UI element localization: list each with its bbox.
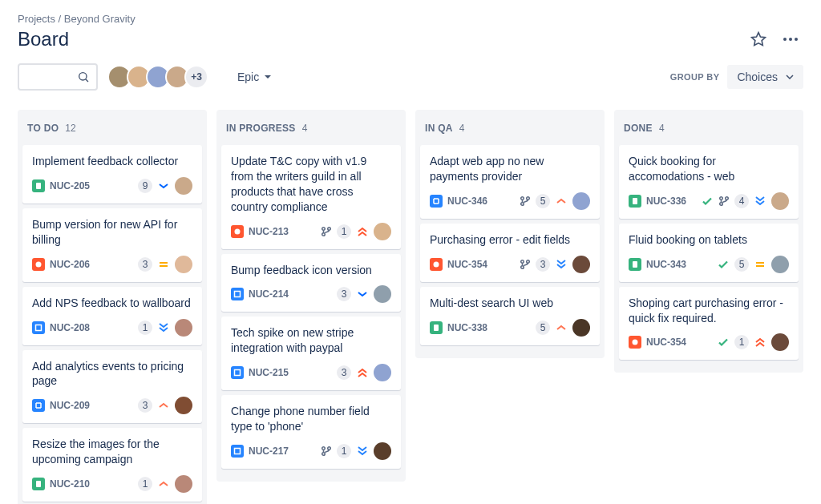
card-title: Purchasing error - edit fields [430, 232, 590, 248]
epic-label: Epic [237, 71, 259, 83]
assignee-avatar[interactable] [175, 319, 192, 337]
assignee-avatar[interactable] [572, 319, 590, 337]
priority-icon [356, 288, 369, 300]
assignee-avatar[interactable] [175, 397, 192, 414]
svg-point-45 [720, 203, 723, 206]
issue-card[interactable]: Fluid booking on tabletsNUC-3435 [619, 224, 799, 282]
assignee-avatar[interactable] [374, 364, 391, 381]
assignee-avatar[interactable] [175, 256, 192, 273]
issue-card[interactable]: Quick booking for accomodations - webNUC… [619, 145, 799, 219]
priority-icon [754, 336, 766, 349]
priority-icon [157, 399, 170, 412]
assignee-avatar[interactable] [572, 192, 590, 210]
assignee-avatar[interactable] [175, 177, 192, 195]
svg-point-28 [322, 447, 326, 450]
svg-rect-22 [231, 288, 244, 300]
svg-point-3 [795, 38, 798, 41]
issue-card[interactable]: Adapt web app no new payments providerNU… [420, 145, 600, 219]
branch-icon [520, 196, 531, 207]
more-button[interactable] [778, 26, 803, 52]
svg-rect-16 [36, 481, 41, 487]
assignee-avatar[interactable] [771, 192, 789, 210]
svg-point-36 [434, 261, 439, 267]
issue-card[interactable]: Purchasing error - edit fieldsNUC-3543 [420, 224, 600, 282]
svg-point-52 [633, 340, 638, 345]
issue-card[interactable]: Add analytics events to pricing pageNUC-… [22, 350, 202, 424]
svg-line-5 [86, 79, 88, 82]
column-title: DONE [624, 123, 653, 134]
svg-point-1 [783, 38, 787, 41]
avatar-overflow[interactable]: +3 [184, 65, 208, 89]
more-icon [783, 37, 799, 42]
issue-card[interactable]: Tech spike on new stripe integration wit… [221, 317, 401, 390]
issue-key: NUC-354 [646, 337, 686, 348]
card-title: Quick booking for accomodations - web [629, 154, 789, 184]
star-button[interactable] [746, 26, 771, 52]
story-points-badge: 4 [734, 194, 749, 208]
done-check-icon [717, 258, 730, 271]
svg-point-39 [527, 260, 530, 263]
breadcrumb-parent[interactable]: Projects [18, 13, 55, 25]
issue-card[interactable]: Add NPS feedback to wallboardNUC-2081 [22, 287, 202, 345]
issue-type-icon [231, 445, 244, 458]
story-points-badge: 5 [536, 321, 550, 335]
search-input[interactable] [18, 63, 98, 91]
groupby-value: Choices [737, 71, 778, 83]
card-title: Update T&C copy with v1.9 from the write… [231, 154, 391, 215]
issue-key: NUC-213 [249, 226, 289, 237]
epic-filter[interactable]: Epic [229, 66, 280, 88]
issue-card[interactable]: Multi-dest search UI webNUC-3385 [420, 287, 600, 345]
story-points-badge: 1 [734, 335, 749, 349]
priority-icon [754, 195, 766, 208]
svg-point-44 [720, 197, 723, 200]
priority-icon [356, 366, 369, 379]
card-title: Bump version for new API for billing [32, 217, 192, 248]
assignee-avatar[interactable] [771, 333, 789, 351]
card-title: Add analytics events to pricing page [32, 359, 192, 389]
priority-icon [754, 258, 766, 271]
story-points-badge: 1 [138, 477, 152, 491]
board-column: IN PROGRESS4Update T&C copy with v1.9 fr… [216, 110, 406, 482]
issue-card[interactable]: Update T&C copy with v1.9 from the write… [221, 145, 401, 249]
issue-type-icon [32, 179, 45, 192]
svg-point-20 [322, 232, 326, 236]
avatar-stack[interactable]: +3 [107, 65, 208, 89]
assignee-avatar[interactable] [374, 442, 391, 460]
svg-rect-24 [231, 366, 244, 379]
story-points-badge: 5 [536, 194, 550, 208]
issue-key: NUC-209 [50, 400, 90, 411]
priority-icon [356, 445, 369, 458]
assignee-avatar[interactable] [374, 223, 391, 240]
assignee-avatar[interactable] [771, 256, 789, 273]
issue-card[interactable]: Resize the images for the upcoming campa… [22, 428, 202, 502]
issue-key: NUC-354 [447, 259, 487, 270]
issue-card[interactable]: Change phone number field type to 'phone… [221, 395, 401, 469]
assignee-avatar[interactable] [572, 256, 590, 273]
issue-key: NUC-215 [249, 367, 289, 378]
branch-icon [718, 196, 730, 207]
story-points-badge: 3 [536, 257, 550, 272]
card-title: Change phone number field type to 'phone… [231, 404, 391, 434]
groupby-select[interactable]: Choices [727, 65, 803, 89]
issue-card[interactable]: Bump version for new API for billingNUC-… [22, 208, 202, 282]
breadcrumb-project[interactable]: Beyond Gravity [64, 13, 135, 25]
issue-type-icon [430, 258, 443, 271]
column-title: IN PROGRESS [226, 123, 296, 134]
story-points-badge: 3 [337, 365, 351, 380]
issue-type-icon [32, 399, 45, 412]
assignee-avatar[interactable] [175, 475, 192, 493]
issue-card[interactable]: Implement feedback collectorNUC-2059 [22, 145, 202, 204]
column-count: 4 [459, 123, 465, 134]
issue-type-icon [430, 195, 443, 208]
story-points-badge: 1 [337, 444, 351, 458]
issue-card[interactable]: Bump feedback icon versionNUC-2143 [221, 254, 401, 312]
branch-icon [321, 226, 332, 237]
assignee-avatar[interactable] [374, 285, 391, 303]
svg-point-4 [79, 73, 87, 80]
svg-rect-48 [633, 261, 637, 268]
issue-type-icon [32, 258, 45, 271]
issue-card[interactable]: Shoping cart purchasing error - quick fi… [619, 287, 799, 361]
search-icon [77, 71, 90, 83]
issue-key: NUC-208 [50, 322, 90, 333]
issue-key: NUC-206 [50, 259, 90, 270]
